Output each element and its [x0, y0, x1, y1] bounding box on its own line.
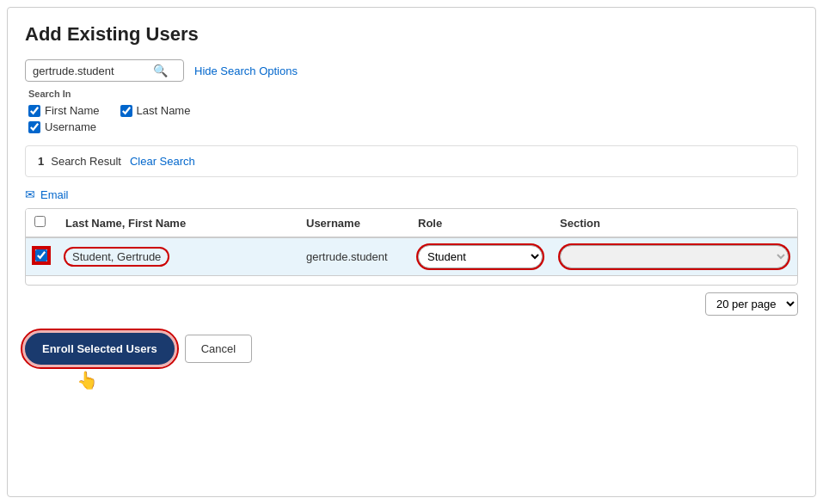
search-options-row1: First Name Last Name	[28, 104, 798, 117]
firstname-checkbox[interactable]	[28, 105, 40, 117]
search-icon[interactable]: 🔍	[153, 64, 168, 77]
search-input[interactable]	[33, 65, 153, 77]
page-container: Add Existing Users 🔍 Hide Search Options…	[7, 7, 816, 497]
users-table-wrapper: Last Name, First Name Username Role Sect…	[25, 208, 798, 286]
results-count: 1	[38, 155, 44, 168]
lastname-checkbox[interactable]	[120, 105, 132, 117]
email-row: ✉ Email	[25, 187, 798, 201]
results-label: Search Result	[51, 155, 121, 168]
hide-search-options-link[interactable]: Hide Search Options	[194, 65, 298, 77]
table-row: Student, Gertrude gertrude.student Stude…	[26, 237, 797, 276]
per-page-select[interactable]: 10 per page 20 per page 50 per page	[705, 292, 798, 316]
email-icon: ✉	[25, 187, 35, 201]
search-options-row2: Username	[28, 120, 798, 133]
th-username: Username	[298, 209, 409, 237]
name-cell: Student, Gertrude	[57, 237, 298, 276]
checkbox-lastname[interactable]: Last Name	[120, 104, 191, 117]
th-section: Section	[551, 209, 797, 237]
username-label: Username	[45, 120, 96, 133]
cursor-hand-icon: 👆	[77, 370, 98, 390]
section-select[interactable]: Section 1 Section 2	[560, 245, 789, 268]
clear-search-link[interactable]: Clear Search	[130, 155, 195, 168]
enroll-selected-users-button[interactable]: Enroll Selected Users	[25, 333, 175, 365]
select-all-checkbox[interactable]	[34, 216, 46, 227]
users-table: Last Name, First Name Username Role Sect…	[26, 209, 797, 276]
search-in-section: Search In First Name Last Name Username	[28, 89, 798, 133]
pagination-row: 10 per page 20 per page 50 per page	[25, 292, 798, 316]
enroll-btn-wrapper: Enroll Selected Users 👆	[25, 333, 175, 365]
checkbox-username[interactable]: Username	[28, 120, 96, 133]
cancel-button[interactable]: Cancel	[185, 335, 252, 363]
row-checkbox-cell	[26, 237, 57, 276]
th-select-all	[26, 209, 57, 237]
checkbox-firstname[interactable]: First Name	[28, 104, 100, 117]
role-select[interactable]: Student Teacher TA Observer Designer	[418, 245, 543, 268]
th-name: Last Name, First Name	[57, 209, 298, 237]
search-in-label: Search In	[28, 89, 798, 99]
username-value: gertrude.student	[306, 250, 388, 263]
row-checkbox[interactable]	[35, 249, 47, 261]
firstname-label: First Name	[45, 104, 100, 117]
username-cell: gertrude.student	[298, 237, 409, 276]
username-checkbox[interactable]	[28, 121, 40, 133]
lastname-label: Last Name	[137, 104, 191, 117]
email-link[interactable]: Email	[40, 188, 69, 201]
results-bar: 1 Search Result Clear Search	[25, 145, 798, 177]
role-cell: Student Teacher TA Observer Designer	[409, 237, 551, 276]
search-bar-row: 🔍 Hide Search Options	[25, 59, 798, 82]
section-cell: Section 1 Section 2	[551, 237, 797, 276]
table-header-row: Last Name, First Name Username Role Sect…	[26, 209, 797, 237]
th-role: Role	[409, 209, 551, 237]
action-row: Enroll Selected Users 👆 Cancel	[25, 333, 798, 365]
search-input-wrapper: 🔍	[25, 59, 184, 82]
student-name: Student, Gertrude	[65, 249, 168, 265]
page-title: Add Existing Users	[25, 23, 798, 46]
